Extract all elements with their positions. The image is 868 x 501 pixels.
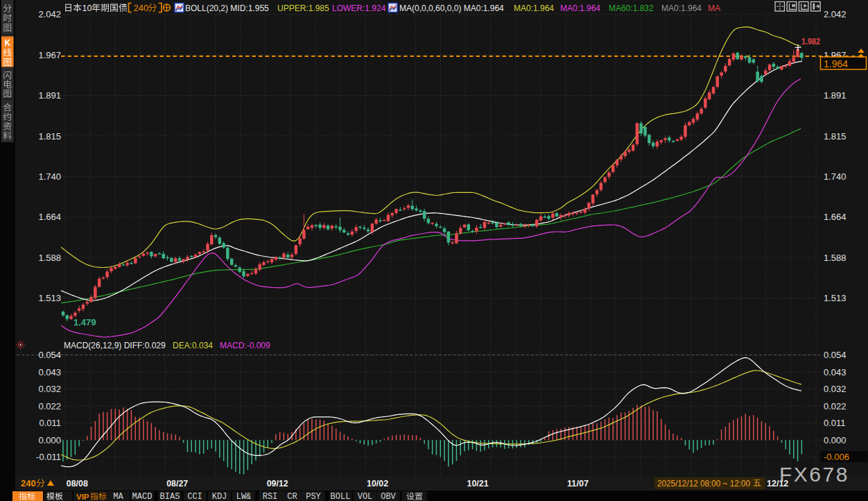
svg-text:MA: MA	[708, 3, 720, 13]
svg-text:09/12: 09/12	[267, 479, 288, 489]
svg-text:1.815: 1.815	[38, 131, 61, 142]
svg-text:1.588: 1.588	[38, 253, 61, 263]
svg-text:10/21: 10/21	[467, 479, 489, 489]
svg-text:0.011: 0.011	[824, 418, 846, 428]
svg-text:1.815: 1.815	[824, 131, 847, 142]
svg-text:KDJ: KDJ	[212, 492, 227, 501]
svg-text:VOL: VOL	[358, 492, 373, 501]
svg-text:2.042: 2.042	[38, 9, 61, 19]
svg-text:MA: MA	[113, 492, 123, 501]
svg-text:0.043: 0.043	[38, 367, 61, 377]
svg-text:08/27: 08/27	[166, 479, 188, 489]
svg-text:BIAS: BIAS	[160, 492, 180, 501]
svg-text:-0.006: -0.006	[824, 452, 849, 462]
svg-text:MACD:-0.009: MACD:-0.009	[220, 341, 270, 350]
svg-text:CR: CR	[287, 492, 297, 501]
svg-text:0.000: 0.000	[824, 435, 847, 445]
svg-text:1.513: 1.513	[38, 293, 61, 303]
svg-text:CCI: CCI	[187, 492, 202, 501]
svg-text:1.664: 1.664	[38, 212, 61, 222]
svg-text:MA0:1.964: MA0:1.964	[514, 3, 554, 13]
svg-text:VIP: VIP	[76, 493, 89, 501]
svg-text:0.022: 0.022	[824, 401, 847, 411]
svg-text:0.032: 0.032	[824, 384, 847, 394]
svg-text:OBV: OBV	[381, 492, 396, 501]
svg-text:FX678: FX678	[779, 463, 849, 486]
svg-text:BOLL: BOLL	[331, 492, 351, 501]
svg-text:0.011: 0.011	[39, 418, 61, 428]
svg-text:0.054: 0.054	[38, 350, 61, 360]
svg-text:1.588: 1.588	[824, 253, 847, 263]
svg-text:240: 240	[134, 3, 149, 13]
svg-text:1.964: 1.964	[824, 58, 848, 69]
svg-text:MA0:1.964: MA0:1.964	[560, 3, 600, 13]
svg-text:MACD(26,12,9) DIFF:0.029: MACD(26,12,9) DIFF:0.029	[64, 341, 166, 350]
svg-text:2.042: 2.042	[824, 9, 847, 19]
svg-text:1.982: 1.982	[801, 36, 820, 46]
svg-text:PSY: PSY	[306, 492, 321, 501]
svg-text:1.891: 1.891	[38, 90, 61, 101]
svg-text:1.740: 1.740	[38, 171, 61, 182]
svg-text:08/08: 08/08	[67, 479, 88, 489]
svg-text:11/07: 11/07	[567, 479, 589, 489]
svg-text:10/02: 10/02	[367, 479, 388, 489]
svg-text:1.513: 1.513	[824, 293, 847, 303]
svg-text:0.022: 0.022	[38, 401, 61, 411]
svg-text:10: 10	[83, 3, 92, 13]
svg-text:RSI: RSI	[263, 492, 278, 501]
svg-text:0.000: 0.000	[38, 435, 61, 445]
svg-text:1.664: 1.664	[824, 212, 847, 222]
svg-text:0.054: 0.054	[824, 350, 847, 360]
svg-text:MA0:1.964: MA0:1.964	[661, 3, 702, 13]
svg-text:LOWER:1.924: LOWER:1.924	[332, 3, 386, 13]
svg-text:DEA:0.034: DEA:0.034	[173, 341, 213, 350]
svg-text:UPPER:1.985: UPPER:1.985	[277, 3, 329, 13]
svg-text:0.032: 0.032	[38, 384, 61, 394]
svg-text:-0.011: -0.011	[36, 452, 61, 462]
svg-text:1.740: 1.740	[824, 171, 847, 182]
svg-text:BOLL(20,2) MID:1.955: BOLL(20,2) MID:1.955	[185, 3, 269, 13]
svg-text:240: 240	[21, 478, 36, 489]
svg-text:MACD: MACD	[132, 492, 153, 501]
svg-text:1.891: 1.891	[824, 90, 847, 101]
svg-text:1.479: 1.479	[73, 317, 96, 328]
svg-text:2025/12/12 08:00 ~ 12:00: 2025/12/12 08:00 ~ 12:00	[657, 479, 750, 489]
svg-text:MA60:1.832: MA60:1.832	[609, 3, 654, 13]
svg-text:0.043: 0.043	[824, 367, 847, 377]
svg-text:1.967: 1.967	[38, 50, 61, 60]
svg-text:MA(0,0,0,60,0,0) MA0:1.964: MA(0,0,0,60,0,0) MA0:1.964	[399, 3, 504, 13]
svg-text:LW&: LW&	[236, 492, 252, 501]
svg-text:K: K	[4, 38, 10, 48]
